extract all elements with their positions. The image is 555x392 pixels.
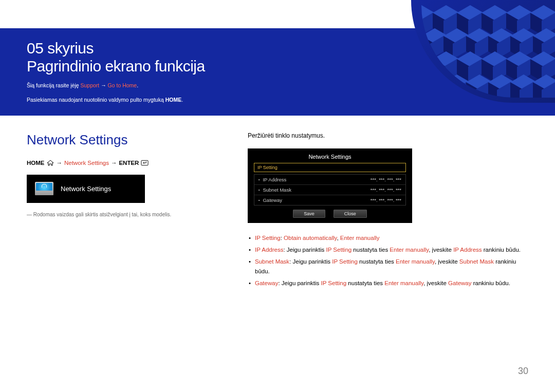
dialog-row-value: ***. ***. ***. *** xyxy=(371,187,401,193)
intro-text: Šią funkciją rasite įėję xyxy=(27,82,80,88)
term: Subnet Mask xyxy=(459,258,494,265)
enter-icon xyxy=(141,159,149,166)
dialog-row-ip-address[interactable]: •IP Address ***. ***. ***. *** xyxy=(254,175,405,185)
intro-period: . xyxy=(137,82,138,88)
widget-label: Network Settings xyxy=(61,185,111,193)
term: IP Address xyxy=(453,247,482,253)
intro2-period: . xyxy=(181,97,183,103)
term: Enter manually xyxy=(396,258,435,265)
term: Obtain automatically xyxy=(284,235,337,241)
text: nustatyta ties xyxy=(358,258,396,265)
intro2-home: HOME xyxy=(165,97,182,103)
dialog-row-label: Subnet Mask xyxy=(263,187,291,193)
breadcrumb-home: HOME xyxy=(27,160,45,166)
text: nustatyta ties xyxy=(346,280,384,286)
dialog-button-row: Save Close xyxy=(254,206,406,218)
dialog-row-value: ***. ***. ***. *** xyxy=(371,177,401,182)
left-column: Network Settings HOME → Network Settings… xyxy=(27,132,232,291)
breadcrumb-arrow: → xyxy=(111,160,117,166)
intro2-text: Pasiekiamas naudojant nuotolinio valdymo… xyxy=(27,97,165,103)
section-heading: Network Settings xyxy=(27,132,232,148)
term: Enter manually xyxy=(384,280,423,286)
breadcrumb-enter: ENTER xyxy=(119,160,139,166)
widget-tile: Network Settings xyxy=(27,175,145,203)
intro-line-2: Pasiekiamas naudojant nuotolinio valdymo… xyxy=(27,96,555,104)
page-number: 30 xyxy=(518,366,528,377)
info-bullet-list: IP Setting: Obtain automatically, Enter … xyxy=(248,233,528,288)
save-button[interactable]: Save xyxy=(293,210,325,218)
close-button[interactable]: Close xyxy=(334,210,367,218)
network-settings-dialog: Network Settings IP Setting •IP Address … xyxy=(248,148,412,223)
model-note: ― Rodomas vaizdas gali skirtis atsižvelg… xyxy=(27,211,232,218)
content-area: Network Settings HOME → Network Settings… xyxy=(0,116,555,291)
term: IP Setting xyxy=(321,280,347,286)
list-item: Gateway: Jeigu parinktis IP Setting nust… xyxy=(248,278,528,288)
list-item: IP Setting: Obtain automatically, Enter … xyxy=(248,233,528,242)
text: : Jeigu parinktis xyxy=(283,247,326,253)
text: : Jeigu parinktis xyxy=(278,280,321,286)
list-item: Subnet Mask: Jeigu parinktis IP Setting … xyxy=(248,257,528,276)
term: Gateway xyxy=(448,280,471,286)
term: Enter manually xyxy=(390,247,429,253)
list-item: IP Address: Jeigu parinktis IP Setting n… xyxy=(248,245,528,254)
dialog-row-subnet-mask[interactable]: •Subnet Mask ***. ***. ***. *** xyxy=(254,185,405,195)
dialog-list: •IP Address ***. ***. ***. *** •Subnet M… xyxy=(254,174,406,206)
dialog-row-gateway[interactable]: •Gateway ***. ***. ***. *** xyxy=(254,195,405,205)
intro-support: Support xyxy=(80,82,99,88)
text: , įveskite xyxy=(423,280,448,286)
description: Peržiūrėti tinklo nustatymus. xyxy=(248,132,528,139)
term: IP Setting xyxy=(326,247,352,253)
intro-gotohome: Go to Home xyxy=(108,82,137,88)
term: IP Address xyxy=(255,247,283,253)
dialog-ip-setting-row[interactable]: IP Setting xyxy=(254,163,406,172)
term: IP Setting xyxy=(332,258,358,265)
network-icon xyxy=(35,182,53,195)
home-icon xyxy=(47,159,54,166)
dialog-row-label: IP Address xyxy=(263,177,286,182)
intro-arrow: → xyxy=(99,82,107,88)
breadcrumb-link: Network Settings xyxy=(64,160,109,166)
text: , įveskite xyxy=(429,247,453,253)
term: Enter manually xyxy=(340,235,380,241)
dialog-row-label: Gateway xyxy=(263,197,282,203)
text: nustatyta ties xyxy=(351,247,390,253)
dialog-title: Network Settings xyxy=(254,153,406,163)
term: Subnet Mask xyxy=(255,258,289,265)
text: , įveskite xyxy=(435,258,459,265)
breadcrumb-arrow: → xyxy=(57,160,63,166)
right-column: Peržiūrėti tinklo nustatymus. Network Se… xyxy=(248,132,528,291)
breadcrumb: HOME → Network Settings → ENTER xyxy=(27,159,232,166)
term: Gateway xyxy=(255,280,278,286)
text: : Jeigu parinktis xyxy=(289,258,332,265)
text: rankiniu būdu. xyxy=(482,247,521,253)
term: IP Setting xyxy=(255,235,281,241)
text: rankiniu būdu. xyxy=(472,280,510,286)
dialog-row-value: ***. ***. ***. *** xyxy=(371,197,401,203)
